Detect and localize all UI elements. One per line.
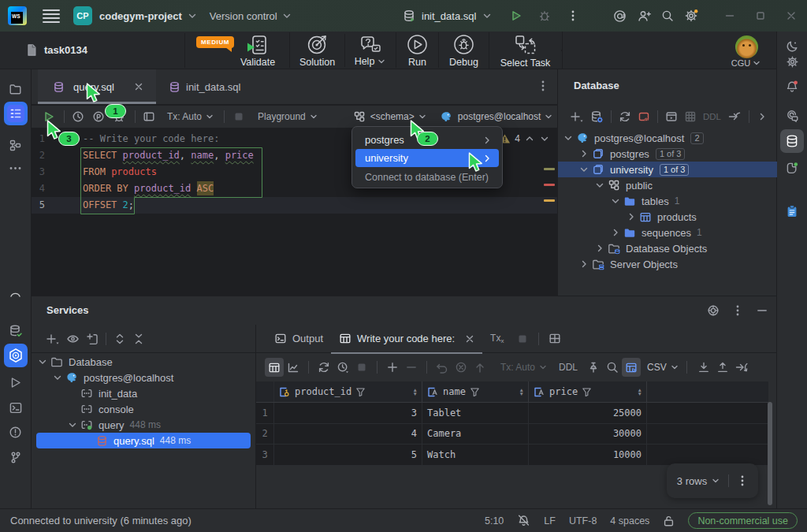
run-button-icon[interactable]: [510, 9, 523, 22]
strip-run[interactable]: [4, 370, 28, 394]
reload-button[interactable]: [314, 358, 333, 377]
export-button[interactable]: [713, 358, 732, 377]
license-badge[interactable]: Non-commercial use: [688, 512, 798, 529]
tree-row-products[interactable]: products: [558, 209, 777, 225]
grid-cell[interactable]: Tablet: [422, 403, 529, 423]
ddl-button[interactable]: DDL: [703, 112, 721, 121]
tree-collapse-icon[interactable]: [562, 132, 575, 143]
strip-task-description[interactable]: [780, 199, 804, 223]
rows-count-pill[interactable]: 3 rows: [667, 463, 758, 498]
grid-cell[interactable]: Watch: [422, 445, 529, 465]
action-help-button[interactable]: Help: [344, 34, 396, 67]
indent-style[interactable]: 4 spaces: [610, 515, 649, 526]
plus-dd-icon[interactable]: [46, 333, 60, 345]
grid-cell[interactable]: Camera: [422, 424, 529, 445]
split-icon[interactable]: [549, 333, 561, 344]
tree-expand-icon[interactable]: [578, 148, 590, 159]
pill-kebab-icon[interactable]: [737, 474, 748, 487]
strip-course-tasks[interactable]: [4, 102, 28, 125]
strip-terminal[interactable]: [4, 396, 28, 419]
add-box-icon[interactable]: [86, 333, 99, 345]
stripe-mark-warning[interactable]: [544, 168, 555, 170]
tree-collapse-icon[interactable]: [609, 195, 622, 206]
pin-button[interactable]: [584, 358, 603, 377]
inspections-widget[interactable]: 4: [499, 133, 550, 144]
grid-column-product_id[interactable]: product_id ▲▼: [274, 381, 422, 402]
notifications-muted-icon[interactable]: [517, 514, 530, 527]
run-config-chevron-icon[interactable]: [482, 10, 493, 21]
tree-row-sequences[interactable]: sequences 1: [558, 225, 777, 240]
grid-cell[interactable]: 25000: [529, 403, 647, 423]
version-control-chevron-icon[interactable]: [281, 10, 292, 21]
auto-refresh-button[interactable]: [333, 358, 352, 377]
strip-settings[interactable]: [780, 50, 804, 73]
line-ending[interactable]: LF: [544, 515, 556, 526]
tree-row-console[interactable]: console: [32, 401, 255, 417]
console-open-icon[interactable]: [665, 110, 678, 123]
chart-view-button[interactable]: [284, 358, 303, 377]
sort-icon[interactable]: ▲▼: [413, 388, 418, 396]
main-menu-icon[interactable]: [43, 9, 60, 23]
status-message[interactable]: Connected to university (6 minutes ago): [10, 515, 192, 526]
tx-mode-select[interactable]: Tx: Auto: [167, 111, 214, 122]
strip-database-changes[interactable]: [4, 319, 28, 343]
caret-position[interactable]: 5:10: [485, 515, 504, 526]
find-button[interactable]: [603, 358, 622, 377]
tree-expand-icon[interactable]: [578, 259, 590, 270]
grid-scrollbar[interactable]: [768, 402, 772, 505]
add-row-button[interactable]: [383, 358, 402, 377]
db-gear-icon[interactable]: [590, 110, 604, 124]
ddl-button[interactable]: DDL: [559, 362, 578, 373]
minus-icon[interactable]: [756, 304, 768, 317]
strip-version-control[interactable]: [4, 445, 28, 469]
tree-row-query-sql[interactable]: query.sql 448 ms: [32, 433, 255, 448]
strip-more-tool-windows[interactable]: [4, 156, 28, 180]
next-warning-icon[interactable]: [539, 133, 550, 144]
filter-icon[interactable]: [355, 387, 366, 397]
user-menu[interactable]: CGU: [722, 32, 771, 69]
tree-row-server-objects[interactable]: Server Objects: [558, 256, 777, 272]
filter-icon[interactable]: [470, 387, 480, 397]
stop-icon[interactable]: [232, 110, 245, 123]
kebab-icon[interactable]: [732, 304, 743, 317]
grid-gray-icon[interactable]: [684, 110, 697, 123]
tx-mode-icon[interactable]: Txx: [490, 333, 504, 344]
tree-expand-icon[interactable]: [609, 227, 622, 238]
row-number[interactable]: 3: [256, 445, 274, 465]
window-close-button[interactable]: [786, 10, 797, 21]
run-config-name[interactable]: init_data.sql: [422, 10, 476, 22]
project-name[interactable]: codegym-project: [99, 10, 182, 22]
close-tab-icon[interactable]: [465, 334, 474, 344]
tree-row-tables[interactable]: tables 1: [558, 193, 777, 209]
plus-dd-icon[interactable]: [570, 110, 584, 123]
expand-icon[interactable]: [113, 333, 126, 345]
debug-button-icon[interactable]: [538, 9, 551, 22]
tab-output[interactable]: Output: [266, 325, 331, 353]
grid-column-name[interactable]: name ▲▼: [422, 381, 529, 402]
strip-notifications[interactable]: [780, 75, 804, 99]
window-minimize-button[interactable]: [724, 10, 735, 21]
project-avatar[interactable]: CP: [73, 6, 92, 25]
grazie-icon[interactable]: [613, 9, 627, 23]
tree-row-postgres-localhost[interactable]: postgres@localhost: [32, 370, 255, 385]
refresh-icon[interactable]: [619, 110, 631, 123]
lock-icon[interactable]: [663, 515, 675, 527]
add-user-icon[interactable]: [637, 9, 651, 23]
sort-icon[interactable]: ▲▼: [519, 388, 524, 396]
tree-row-public[interactable]: public: [558, 177, 777, 193]
strip-structure[interactable]: [4, 133, 28, 157]
grid-cell[interactable]: 4: [274, 424, 422, 445]
grid-cell[interactable]: 5: [274, 445, 422, 465]
filter-icon[interactable]: [582, 387, 592, 397]
tab-result-grid[interactable]: Write your code here:: [331, 325, 482, 353]
export-format-select[interactable]: CSV: [647, 362, 679, 373]
console-view-icon[interactable]: [143, 110, 155, 123]
strip-partial-icon[interactable]: [4, 281, 28, 305]
stripe-mark-warning[interactable]: [544, 199, 555, 202]
grid-column-price[interactable]: price ▲▼: [529, 381, 647, 402]
tree-row-university[interactable]: university 1 of 3: [558, 162, 777, 177]
search-everywhere-icon[interactable]: [661, 9, 674, 22]
rows-count-select[interactable]: 3 rows: [677, 475, 720, 487]
more-actions-icon[interactable]: [567, 9, 578, 22]
profile-icon[interactable]: [92, 110, 105, 123]
